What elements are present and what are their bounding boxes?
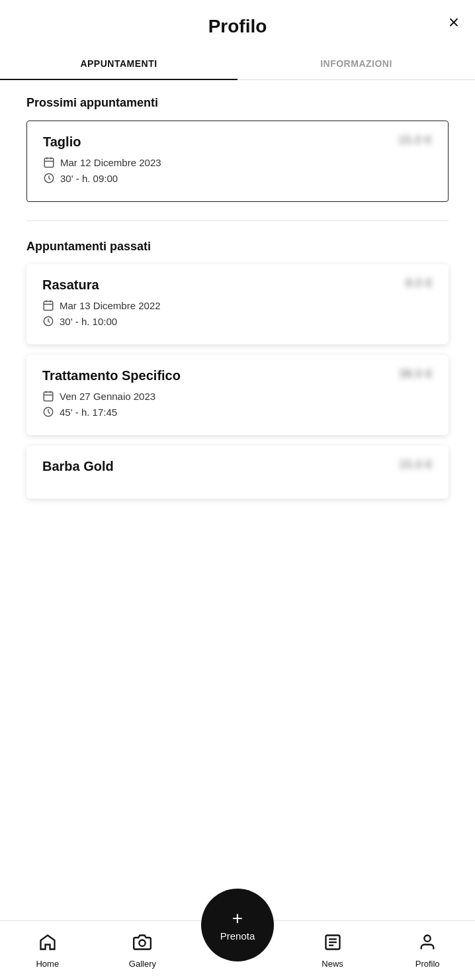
upcoming-section: Prossimi appuntamenti Taglio Mar 12 Dice… xyxy=(26,96,449,202)
nav-gallery[interactable]: Gallery xyxy=(95,933,191,969)
appointment-time: 30' - h. 09:00 xyxy=(43,172,161,184)
home-icon xyxy=(38,933,57,956)
gallery-label: Gallery xyxy=(129,959,156,969)
appointment-time: 45' - h. 17:45 xyxy=(42,406,181,418)
appointment-price: 15.0 € xyxy=(400,459,433,471)
prenota-fab[interactable]: + Prenota xyxy=(201,889,274,961)
fab-plus-icon: + xyxy=(232,909,243,928)
tab-appuntamenti[interactable]: APPUNTAMENTI xyxy=(0,48,238,79)
calendar-icon xyxy=(42,299,54,311)
home-label: Home xyxy=(36,959,59,969)
calendar-icon xyxy=(43,156,55,168)
appointment-date: Mar 13 Dicembre 2022 xyxy=(42,299,161,311)
past-title: Appuntamenti passati xyxy=(26,240,449,254)
svg-point-20 xyxy=(425,935,431,941)
nav-home[interactable]: Home xyxy=(0,933,95,969)
fab-label: Prenota xyxy=(220,930,255,942)
close-button[interactable]: × xyxy=(449,13,459,32)
service-name: Taglio xyxy=(43,134,161,150)
main-content: Prossimi appuntamenti Taglio Mar 12 Dice… xyxy=(0,80,475,598)
svg-rect-5 xyxy=(44,301,53,311)
appointment-price: 8.0 € xyxy=(406,277,433,289)
service-name: Barba Gold xyxy=(42,459,114,474)
appointment-card-trattamento[interactable]: Trattamento Specifico Ven 27 Gennaio 202… xyxy=(26,355,449,435)
service-name: Rasatura xyxy=(42,277,161,293)
profilo-label: Profilo xyxy=(415,959,440,969)
upcoming-title: Prossimi appuntamenti xyxy=(26,96,449,110)
page-title: Profilo xyxy=(208,16,267,37)
service-name: Trattamento Specifico xyxy=(42,368,181,383)
person-icon xyxy=(418,933,437,956)
svg-point-15 xyxy=(140,940,146,946)
appointment-card-barba-gold[interactable]: Barba Gold 15.0 € xyxy=(26,446,449,499)
tab-bar: APPUNTAMENTI INFORMAZIONI xyxy=(0,48,475,80)
clock-icon xyxy=(42,315,54,327)
section-divider xyxy=(26,220,449,221)
news-label: News xyxy=(322,959,343,969)
appointment-date: Ven 27 Gennaio 2023 xyxy=(42,390,181,402)
appointment-date: Mar 12 Dicembre 2023 xyxy=(43,156,161,168)
camera-icon xyxy=(133,933,151,956)
header: Profilo × xyxy=(0,0,475,48)
svg-rect-0 xyxy=(44,158,54,168)
appointment-time: 30' - h. 10:00 xyxy=(42,315,161,327)
appointment-card-taglio[interactable]: Taglio Mar 12 Dicembre 2023 30' - h. 09:… xyxy=(26,121,449,202)
calendar-icon xyxy=(42,390,54,402)
appointment-card-rasatura[interactable]: Rasatura Mar 13 Dicembre 2022 30' - h. 1… xyxy=(26,264,449,344)
clock-icon xyxy=(42,406,54,418)
nav-news[interactable]: News xyxy=(285,933,380,969)
nav-profilo[interactable]: Profilo xyxy=(380,933,475,969)
clock-icon xyxy=(43,172,55,184)
appointment-price: 38.0 € xyxy=(400,368,433,380)
news-icon xyxy=(324,933,342,956)
past-section: Appuntamenti passati Rasatura Mar 13 Dic… xyxy=(26,240,449,499)
tab-informazioni[interactable]: INFORMAZIONI xyxy=(238,48,475,79)
appointment-price: 15.0 € xyxy=(399,134,432,146)
svg-rect-10 xyxy=(44,392,53,401)
